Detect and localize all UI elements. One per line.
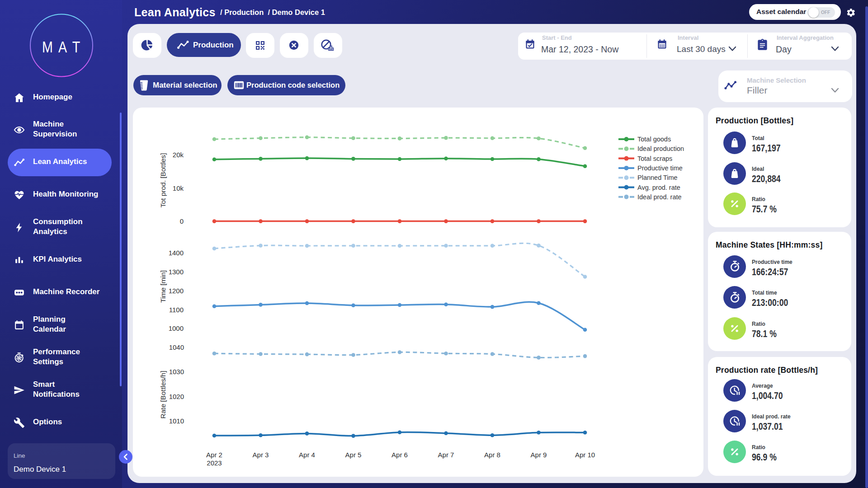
svg-text:Apr 7: Apr 7 [438,451,454,459]
svg-text:Apr 5: Apr 5 [345,451,362,459]
svg-text:Apr 2: Apr 2 [206,451,222,459]
svg-text:Apr 4: Apr 4 [299,451,315,459]
svg-text:M A T: M A T [42,38,81,56]
svg-text:0: 0 [180,217,184,225]
svg-text:1040: 1040 [169,343,184,351]
svg-text:Planned Time: Planned Time [637,174,678,181]
svg-text:Avg. prod. rate: Avg. prod. rate [637,184,680,191]
svg-text:Tot prod. [Bottles]: Tot prod. [Bottles] [159,153,167,208]
svg-text:Ideal prod. rate: Ideal prod. rate [637,193,682,201]
svg-text:Productive time: Productive time [637,164,683,172]
svg-text:1400: 1400 [169,249,184,257]
svg-text:10k: 10k [173,184,184,192]
svg-text:1000: 1000 [169,324,184,332]
svg-text:Ideal production: Ideal production [637,145,684,152]
svg-text:1020: 1020 [169,393,184,400]
svg-text:Rate [Bottles/h]: Rate [Bottles/h] [159,371,167,419]
svg-text:1300: 1300 [169,268,184,276]
svg-text:Time [min]: Time [min] [159,270,167,303]
svg-text:Apr 3: Apr 3 [253,451,269,459]
svg-text:2023: 2023 [207,459,222,467]
svg-text:1200: 1200 [169,287,184,295]
svg-text:1100: 1100 [169,306,184,314]
svg-text:Apr 10: Apr 10 [575,451,595,459]
svg-text:1010: 1010 [169,417,184,425]
svg-text:Total scraps: Total scraps [637,155,672,162]
svg-text:20k: 20k [173,151,184,159]
svg-text:1030: 1030 [169,368,184,375]
svg-text:Total goods: Total goods [637,136,671,143]
svg-text:Apr 9: Apr 9 [531,451,547,459]
svg-text:Apr 8: Apr 8 [484,451,500,459]
svg-text:Apr 6: Apr 6 [392,451,408,459]
